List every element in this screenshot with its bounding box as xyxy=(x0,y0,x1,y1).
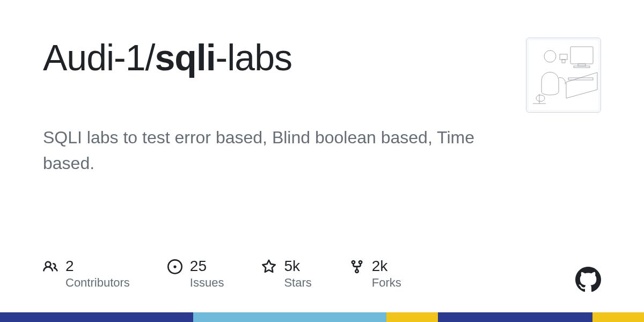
star-icon xyxy=(261,259,276,274)
repo-separator: / xyxy=(145,37,155,78)
stat-label: Forks xyxy=(372,276,401,290)
stat-label: Issues xyxy=(190,276,224,290)
repo-owner[interactable]: Audi-1 xyxy=(43,37,145,78)
fork-icon xyxy=(349,259,364,274)
repo-name-rest[interactable]: -labs xyxy=(216,37,292,78)
stat-value: 5k xyxy=(284,258,311,275)
people-icon xyxy=(43,259,58,274)
svg-rect-0 xyxy=(529,40,598,110)
repo-description: SQLI labs to test error based, Blind boo… xyxy=(43,125,483,176)
stats-row: 2 Contributors 25 Issues 5k Stars 2k For… xyxy=(43,258,401,290)
stat-label: Contributors xyxy=(65,276,130,290)
issue-icon xyxy=(167,259,182,274)
stat-forks[interactable]: 2k Forks xyxy=(349,258,401,290)
stat-contributors[interactable]: 2 Contributors xyxy=(43,258,130,290)
stat-value: 25 xyxy=(190,258,224,275)
bottom-stripe xyxy=(0,312,644,322)
stat-issues[interactable]: 25 Issues xyxy=(167,258,224,290)
stat-value: 2 xyxy=(65,258,130,275)
avatar-image-icon xyxy=(529,40,598,110)
stat-label: Stars xyxy=(284,276,311,290)
stat-value: 2k xyxy=(372,258,401,275)
owner-avatar[interactable] xyxy=(526,38,601,113)
repo-name-bold[interactable]: sqli xyxy=(155,37,215,78)
stat-stars[interactable]: 5k Stars xyxy=(261,258,311,290)
repo-title[interactable]: Audi-1/sqli-labs xyxy=(43,38,292,78)
github-logo-icon[interactable] xyxy=(575,267,601,292)
